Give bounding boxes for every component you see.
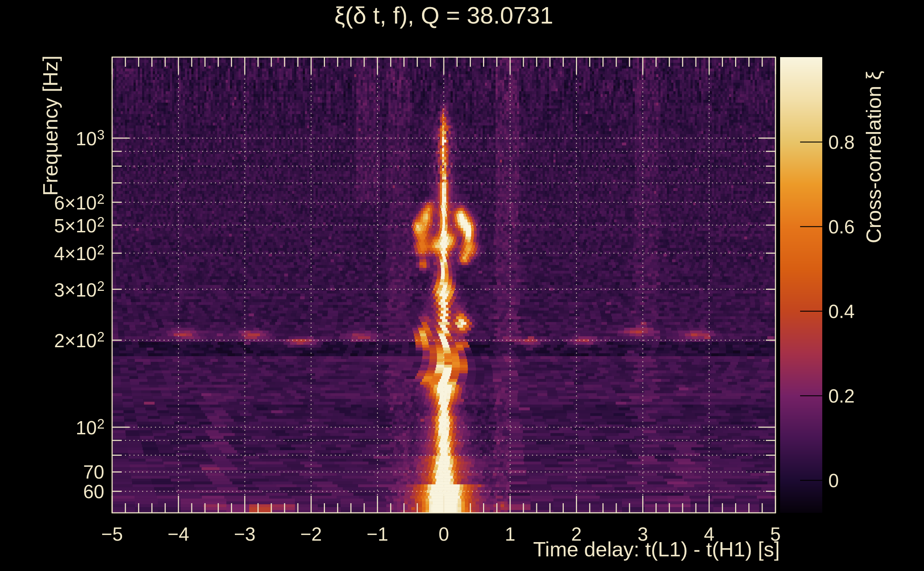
y-tick-label: 103 [33, 127, 104, 150]
x-tick-label: −3 [234, 523, 255, 545]
x-tick-label: 3 [638, 523, 648, 545]
x-tick-label: 2 [571, 523, 582, 545]
colorbar-tick-label: 0.8 [828, 131, 855, 153]
qscan-cross-correlation-figure: ξ(δ t, f), Q = 38.0731 Frequency [Hz] Ti… [0, 0, 924, 571]
chart-title: ξ(δ t, f), Q = 38.0731 [112, 2, 776, 29]
x-tick-label: −4 [168, 523, 189, 545]
colorbar-title: Cross-correlation ξ [861, 22, 886, 293]
y-tick-label: 102 [33, 416, 104, 439]
colorbar-tick-label: 0.2 [828, 385, 855, 407]
axes-overlay-canvas [0, 0, 924, 571]
colorbar-tick-label: 0.6 [828, 216, 855, 238]
x-tick-label: 0 [439, 523, 449, 545]
colorbar-tick-label: 0.4 [828, 301, 855, 322]
x-axis-title: Time delay: t(L1) - t(H1) [s] [351, 537, 780, 561]
x-tick-label: 5 [770, 523, 780, 545]
x-tick-label: −1 [367, 523, 388, 545]
x-tick-label: 4 [704, 523, 714, 545]
y-tick-label: 4×102 [33, 242, 104, 265]
y-tick-label: 60 [33, 480, 104, 502]
y-tick-label: 6×102 [33, 191, 104, 214]
x-tick-label: −2 [300, 523, 322, 545]
y-tick-label: 2×102 [33, 329, 104, 352]
y-tick-label: 70 [33, 461, 104, 483]
x-tick-label: −5 [101, 523, 123, 545]
colorbar-tick-label: 0 [828, 470, 839, 491]
y-tick-label: 3×102 [33, 278, 104, 301]
y-tick-label: 5×102 [33, 214, 104, 237]
x-tick-label: 1 [505, 523, 515, 545]
